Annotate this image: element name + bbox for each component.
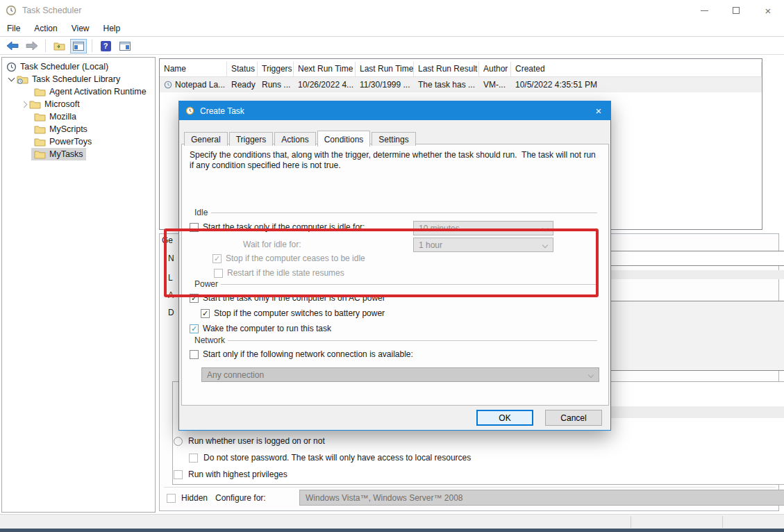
maximize-icon <box>733 7 740 14</box>
network-group-label: Network <box>192 335 227 345</box>
column-header-last-run-result[interactable]: Last Run Result <box>414 62 479 76</box>
folder-icon <box>34 113 46 122</box>
column-header-created[interactable]: Created <box>511 62 762 76</box>
checkbox-icon[interactable]: ✓ <box>190 294 199 303</box>
tab-triggers[interactable]: Triggers <box>229 132 274 146</box>
network-connection-dropdown[interactable]: Any connection <box>201 367 599 382</box>
checkbox-icon[interactable]: ✓ <box>212 254 222 263</box>
sidebar-item-label: PowerToys <box>49 137 92 147</box>
menu-action[interactable]: Action <box>27 22 64 35</box>
wait-for-idle-dropdown[interactable]: 1 hour <box>413 238 553 252</box>
start-if-idle-option[interactable]: Start the task only if the computer is i… <box>190 222 365 232</box>
toolbar: ? <box>0 38 784 55</box>
column-header-author[interactable]: Author <box>479 62 511 76</box>
clock-icon <box>6 5 17 16</box>
checkbox-icon[interactable] <box>214 269 223 278</box>
sidebar-item-powertoys[interactable]: PowerToys <box>34 135 92 148</box>
do-not-store-password-option[interactable]: Do not store password. The task will onl… <box>189 453 471 463</box>
chevron-down-icon[interactable] <box>8 75 15 82</box>
checkbox-icon[interactable] <box>167 494 176 503</box>
forward-arrow-icon <box>26 41 38 51</box>
sidebar-item-label: Task Scheduler (Local) <box>20 62 108 72</box>
dialog-titlebar[interactable]: Create Task × <box>179 101 610 120</box>
partial-label-location: L <box>168 273 173 283</box>
checkbox-icon[interactable] <box>190 350 199 359</box>
chevron-down-icon <box>542 226 548 231</box>
column-header-name[interactable]: Name <box>160 62 227 76</box>
checkbox-icon[interactable] <box>174 470 183 479</box>
action-pane-button[interactable] <box>117 39 133 53</box>
chevron-down-icon <box>542 242 548 248</box>
folder-icon <box>29 100 41 109</box>
column-header-triggers[interactable]: Triggers <box>258 62 294 76</box>
close-button[interactable]: × <box>752 0 784 21</box>
task-last-result-cell: The task has ... <box>414 80 479 90</box>
sidebar-item-label: MyTasks <box>49 149 83 159</box>
menu-file[interactable]: File <box>0 22 27 35</box>
battery-power-option[interactable]: ✓ Stop if the computer switches to batte… <box>201 308 385 318</box>
divider <box>164 487 776 488</box>
help-button[interactable]: ? <box>97 39 114 53</box>
sidebar-item-task-scheduler-local[interactable]: Task Scheduler (Local) <box>6 60 108 73</box>
sidebar-item-mytasks[interactable]: MyTasks <box>31 148 86 160</box>
menu-view[interactable]: View <box>65 22 97 35</box>
folder-icon <box>34 150 46 159</box>
tab-general[interactable]: General <box>184 132 228 146</box>
column-header-last-run-time[interactable]: Last Run Time <box>356 62 414 76</box>
toolbar-separator <box>45 40 46 52</box>
menu-help[interactable]: Help <box>97 22 128 35</box>
checkbox-icon[interactable]: ✓ <box>201 309 210 318</box>
hidden-option[interactable]: Hidden <box>167 493 208 503</box>
configure-for-dropdown[interactable]: Windows Vista™, Windows Server™ 2008 <box>299 490 784 506</box>
statusbar-divider <box>722 516 723 528</box>
tab-settings[interactable]: Settings <box>372 132 415 146</box>
name-field[interactable] <box>604 251 784 266</box>
checkbox-icon[interactable]: ✓ <box>190 324 199 333</box>
stop-if-ceases-idle-option[interactable]: ✓ Stop if the computer ceases to be idle <box>212 253 365 263</box>
run-highest-privileges-option[interactable]: Run with highest privileges <box>174 469 287 479</box>
ac-power-option[interactable]: ✓ Start the task only if the computer is… <box>190 293 385 303</box>
task-next-run-cell: 10/26/2022 4... <box>294 80 356 90</box>
partial-label-general: Ge <box>162 235 173 245</box>
idle-duration-dropdown[interactable]: 10 minutes <box>413 221 553 235</box>
column-header-status[interactable]: Status <box>227 62 258 76</box>
wake-computer-option[interactable]: ✓ Wake the computer to run this task <box>190 324 331 333</box>
location-value <box>604 270 784 279</box>
restart-if-idle-resumes-option[interactable]: Restart if the idle state resumes <box>214 268 344 278</box>
column-header-next-run-time[interactable]: Next Run Time <box>294 62 356 76</box>
task-status-cell: Ready <box>227 80 258 90</box>
table-row[interactable]: Notepad La... Ready Runs ... 10/26/2022 … <box>160 77 762 92</box>
description-field[interactable] <box>604 301 784 371</box>
partial-label-name: N <box>168 253 174 263</box>
partial-label-author: A <box>168 290 174 300</box>
maximize-button[interactable] <box>720 0 752 21</box>
sidebar-item-library[interactable]: Task Scheduler Library <box>9 73 120 85</box>
show-hide-tree-button[interactable] <box>51 39 67 53</box>
statusbar-divider <box>631 516 631 528</box>
sidebar-item-label: Task Scheduler Library <box>32 74 120 84</box>
run-logged-on-or-not-option[interactable]: Run whether user is logged on or not <box>174 436 325 446</box>
radio-icon[interactable] <box>174 437 183 446</box>
checkbox-icon[interactable] <box>190 223 199 232</box>
sidebar-item-myscripts[interactable]: MyScripts <box>34 123 87 135</box>
minimize-button[interactable] <box>688 0 720 21</box>
checkbox-label: Run with highest privileges <box>188 469 287 479</box>
sidebar-item-label: Mozilla <box>49 112 76 122</box>
panel-right-icon <box>119 42 131 51</box>
checkbox-icon[interactable] <box>189 454 198 463</box>
back-button[interactable] <box>4 39 21 53</box>
chevron-right-icon[interactable] <box>21 101 28 108</box>
cancel-button[interactable]: Cancel <box>545 410 602 426</box>
dialog-close-button[interactable]: × <box>587 101 610 120</box>
forward-button[interactable] <box>24 39 40 53</box>
partial-label-description: D <box>168 308 174 317</box>
console-panel-button[interactable] <box>70 39 87 53</box>
statusbar <box>0 514 784 529</box>
sidebar-item-microsoft[interactable]: Microsoft <box>22 98 80 110</box>
sidebar-item-agent-activation-runtime[interactable]: Agent Activation Runtime <box>34 85 147 98</box>
network-connection-option[interactable]: Start only if the following network conn… <box>190 349 413 359</box>
tab-conditions[interactable]: Conditions <box>317 131 371 147</box>
tab-actions[interactable]: Actions <box>274 132 315 146</box>
ok-button[interactable]: OK <box>476 410 533 426</box>
sidebar-item-mozilla[interactable]: Mozilla <box>34 110 76 123</box>
